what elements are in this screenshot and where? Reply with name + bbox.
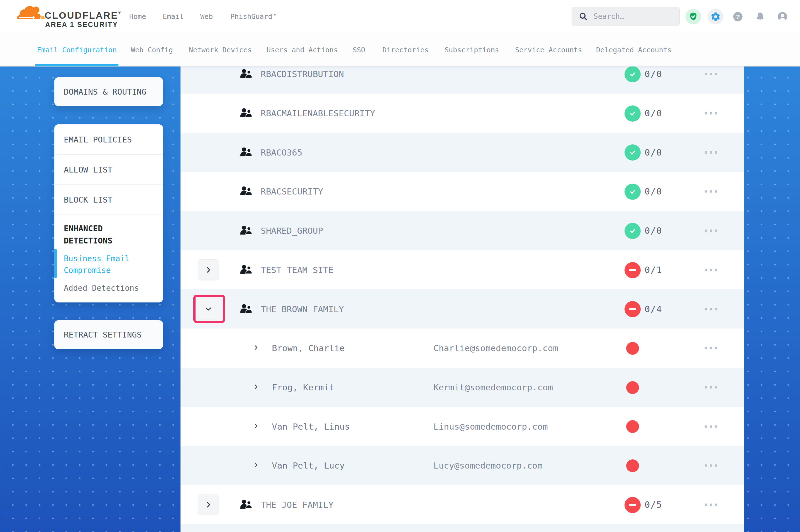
member-row-van-pelt-linus: Van Pelt, LinusLinus@somedemocorp.com <box>181 407 744 446</box>
table-row-partial <box>181 524 744 532</box>
search-input[interactable] <box>593 12 672 21</box>
status-blocked-dot <box>626 381 639 394</box>
topnav-item-phishguard[interactable]: PhishGuard™ <box>230 13 277 21</box>
member-name: Van Pelt, Linus <box>272 421 350 432</box>
member-row-brown-charlie: Brown, CharlieCharlie@somedemocorp.com <box>181 329 744 368</box>
sidebar-card-email-policies: EMAIL POLICIESALLOW LISTBLOCK LIST ENHAN… <box>54 125 163 302</box>
sidebar-item-added-detections[interactable]: Added Detections <box>54 276 163 294</box>
domains-routing-label: DOMAINS & ROUTING <box>54 77 163 106</box>
tab-directories[interactable]: Directories <box>382 33 429 66</box>
group-icon <box>240 186 252 197</box>
help-icon[interactable]: ? <box>730 9 746 24</box>
group-name: THE JOE FAMILY <box>261 500 333 510</box>
search-icon <box>579 12 588 21</box>
svg-text:?: ? <box>736 13 740 20</box>
group-name: RBACMAILENABLESECURITY <box>261 108 375 118</box>
member-name: Brown, Charlie <box>272 343 345 353</box>
group-name: RBACSECURITY <box>261 186 323 196</box>
sidebar-item-business-email-compromise[interactable]: Business Email Compromise <box>54 247 163 276</box>
member-name: Van Pelt, Lucy <box>272 460 345 471</box>
notifications-bell-icon[interactable] <box>752 9 768 24</box>
tab-email-configuration[interactable]: Email Configuration <box>37 33 117 66</box>
tab-network-devices[interactable]: Network Devices <box>189 33 252 66</box>
member-count: 0/5 <box>644 499 662 510</box>
status-allowed-icon <box>624 223 641 239</box>
group-row-shared-group: SHARED_GROUP0/0 <box>181 211 744 250</box>
brand-mark: ® <box>118 10 121 15</box>
member-count: 0/0 <box>644 147 662 158</box>
group-row-rbacmailenablesecurity: RBACMAILENABLESECURITY0/0 <box>181 94 744 133</box>
member-email: Linus@somedemocorp.com <box>433 421 548 432</box>
expand-group-button[interactable] <box>198 494 219 515</box>
chevron-right-icon[interactable] <box>252 383 260 392</box>
member-count: 0/1 <box>644 265 662 275</box>
groups-table: RBACDISTRUBUTION0/0RBACMAILENABLESECURIT… <box>181 66 744 532</box>
topnav-item-web[interactable]: Web <box>200 13 213 21</box>
cloudflare-logo[interactable]: CLOUDFLARE® AREA 1 SECURITY <box>16 2 132 31</box>
secondary-nav: Email ConfigurationWeb ConfigNetwork Dev… <box>0 33 800 66</box>
status-blocked-icon <box>624 497 641 513</box>
sidebar-card-domains-routing[interactable]: DOMAINS & ROUTING <box>54 77 163 106</box>
chevron-right-icon[interactable] <box>252 461 260 470</box>
sidebar-item-email-policies[interactable]: EMAIL POLICIES <box>54 125 163 154</box>
row-actions-menu[interactable] <box>703 186 719 197</box>
group-icon <box>240 69 252 79</box>
status-blocked-dot <box>626 342 639 355</box>
row-actions-menu[interactable] <box>703 500 719 510</box>
group-icon <box>240 225 252 236</box>
collapse-group-button[interactable] <box>198 298 219 319</box>
account-icon[interactable] <box>775 9 790 24</box>
app-header: CLOUDFLARE® AREA 1 SECURITY HomeEmailWeb… <box>0 0 800 33</box>
tab-sso[interactable]: SSO <box>353 33 365 66</box>
tab-service-accounts[interactable]: Service Accounts <box>515 33 582 66</box>
member-count: 0/4 <box>644 304 662 315</box>
group-name: RBACDISTRUBUTION <box>261 69 344 79</box>
tab-delegated-accounts[interactable]: Delegated Accounts <box>596 33 672 66</box>
topnav-item-home[interactable]: Home <box>129 13 146 21</box>
expand-group-button[interactable] <box>198 259 219 281</box>
member-name: Frog, Kermit <box>272 382 334 392</box>
member-email: Lucy@somedemocorp.com <box>433 460 543 471</box>
chevron-right-icon[interactable] <box>252 422 260 431</box>
group-icon <box>240 499 252 510</box>
status-blocked-icon <box>624 301 641 317</box>
chevron-right-icon[interactable] <box>252 344 260 352</box>
group-row-rbacdistrubution: RBACDISTRUBUTION0/0 <box>181 66 744 94</box>
row-actions-menu[interactable] <box>703 460 719 471</box>
status-blocked-icon <box>624 262 641 278</box>
row-actions-menu[interactable] <box>703 147 719 157</box>
settings-gear-icon[interactable] <box>708 9 723 24</box>
brand-subtitle: AREA 1 SECURITY <box>45 21 118 28</box>
row-actions-menu[interactable] <box>703 382 719 392</box>
row-actions-menu[interactable] <box>703 265 719 275</box>
tab-users-and-actions[interactable]: Users and Actions <box>267 33 338 66</box>
tab-subscriptions[interactable]: Subscriptions <box>444 33 499 66</box>
sidebar-card-retract-settings[interactable]: RETRACT SETTINGS <box>54 320 163 349</box>
row-actions-menu[interactable] <box>703 108 719 118</box>
search-box[interactable] <box>571 7 680 26</box>
member-row-van-pelt-lucy: Van Pelt, LucyLucy@somedemocorp.com <box>181 446 744 485</box>
row-actions-menu[interactable] <box>703 69 719 79</box>
row-actions-menu[interactable] <box>703 343 719 354</box>
group-name: THE BROWN FAMILY <box>261 304 344 314</box>
group-row-the-brown-family: THE BROWN FAMILY0/4 <box>181 289 744 329</box>
shield-check-icon[interactable] <box>686 9 701 24</box>
member-email: Charlie@somedemocorp.com <box>433 343 558 353</box>
group-icon <box>240 265 252 275</box>
member-email: Kermit@somedemocorp.com <box>433 382 553 392</box>
sidebar-item-allow-list[interactable]: ALLOW LIST <box>54 155 163 185</box>
content-background: RBACDISTRUBUTION0/0RBACMAILENABLESECURIT… <box>0 66 800 532</box>
group-name: SHARED_GROUP <box>261 226 323 236</box>
enhanced-detections-title: ENHANCED DETECTIONS <box>54 215 163 247</box>
topnav-item-email[interactable]: Email <box>163 13 184 21</box>
tab-web-config[interactable]: Web Config <box>131 33 173 66</box>
cloudflare-cloud-icon <box>16 3 46 20</box>
row-actions-menu[interactable] <box>703 421 719 432</box>
status-blocked-dot <box>626 459 639 472</box>
row-actions-menu[interactable] <box>703 226 719 236</box>
brand-name: CLOUDFLARE® <box>44 10 121 21</box>
member-row-frog-kermit: Frog, KermitKermit@somedemocorp.com <box>181 368 744 407</box>
sidebar-item-block-list[interactable]: BLOCK LIST <box>54 185 163 214</box>
group-row-test-team-site: TEST TEAM SITE0/1 <box>181 250 744 290</box>
row-actions-menu[interactable] <box>703 304 719 314</box>
